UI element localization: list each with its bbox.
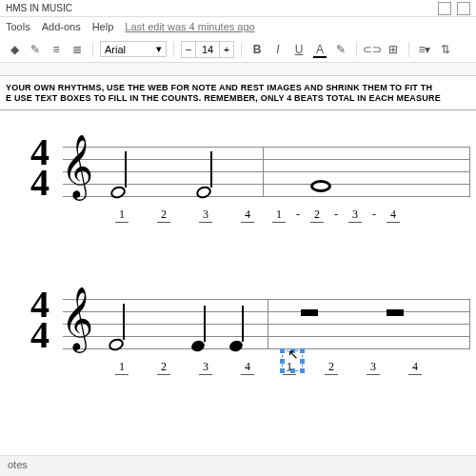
instruction-line-1: YOUR OWN RHYTHMS, USE THE WEB FOR NOTE A…: [6, 83, 470, 93]
footer-bar: otes: [0, 455, 476, 476]
count-label[interactable]: 4: [408, 360, 422, 375]
separator: [173, 42, 174, 57]
font-size-decrease[interactable]: −: [181, 41, 196, 58]
count-label[interactable]: 4: [387, 208, 400, 223]
barline: [268, 299, 268, 348]
italic-button[interactable]: I: [269, 41, 287, 58]
count-label[interactable]: 3: [367, 360, 380, 375]
treble-clef-icon: 𝄞: [61, 139, 93, 194]
line-spacing-icon[interactable]: ⇅: [437, 41, 454, 58]
window-icon-2[interactable]: [457, 2, 470, 15]
count-label[interactable]: 1: [272, 208, 286, 223]
align-icon-2[interactable]: ≣: [69, 41, 86, 58]
menu-bar: Tools Add-ons Help Last edit was 4 minut…: [0, 17, 476, 36]
ruler: [0, 63, 476, 76]
menu-help[interactable]: Help: [92, 21, 114, 32]
count-row: 1 2 3 4 1 2 3 4: [101, 360, 470, 375]
count-row: 1 2 3 4 1 - 2 - 3 - 4: [101, 208, 470, 223]
count-label[interactable]: 2: [157, 208, 170, 223]
horizontal-rule: [0, 109, 476, 110]
paint-format-icon[interactable]: ◆: [6, 41, 23, 58]
link-icon[interactable]: ⊂⊃: [364, 41, 381, 58]
count-label[interactable]: 2: [157, 360, 170, 375]
instruction-line-2: E USE TEXT BOXES TO FILL IN THE COUNTS. …: [6, 93, 470, 104]
count-label[interactable]: 1: [115, 208, 129, 223]
whole-note[interactable]: [310, 180, 331, 192]
count-dash: -: [372, 208, 376, 221]
count-label[interactable]: 2: [310, 208, 324, 223]
footer-label: otes: [8, 459, 28, 470]
chevron-down-icon: ▾: [156, 43, 162, 55]
text-color-button[interactable]: A: [311, 41, 328, 58]
font-size-value[interactable]: 14: [196, 41, 219, 58]
quarter-note[interactable]: [191, 341, 205, 351]
music-staff-2: 4 4 𝄞: [6, 272, 470, 406]
barline-end: [469, 147, 470, 196]
count-label[interactable]: 2: [325, 360, 338, 375]
half-rest[interactable]: [301, 309, 318, 316]
doc-title: HMS IN MUSIC: [6, 3, 72, 13]
barline: [263, 147, 264, 196]
menu-tools[interactable]: Tools: [6, 21, 30, 32]
last-edit-label[interactable]: Last edit was 4 minutes ago: [125, 21, 254, 32]
barline-end: [469, 299, 470, 348]
underline-button[interactable]: U: [290, 41, 307, 58]
count-label[interactable]: 1: [115, 360, 129, 375]
insert-icon[interactable]: ⊞: [385, 41, 402, 58]
separator: [92, 42, 93, 57]
treble-clef-icon: 𝄞: [61, 291, 93, 347]
half-note[interactable]: [196, 187, 211, 198]
title-bar: HMS IN MUSIC: [0, 0, 476, 17]
separator: [408, 42, 409, 57]
count-label[interactable]: 3: [199, 360, 212, 375]
bold-button[interactable]: B: [248, 41, 266, 58]
edit-icon[interactable]: ✎: [27, 41, 44, 58]
time-signature: 4 4: [30, 137, 50, 198]
count-dash: -: [296, 208, 300, 221]
font-size-increase[interactable]: +: [219, 41, 234, 58]
ts-denominator: 4: [30, 168, 50, 198]
count-label[interactable]: 4: [241, 360, 254, 375]
count-label[interactable]: 4: [241, 208, 254, 223]
highlight-icon[interactable]: ✎: [332, 41, 349, 58]
quarter-note[interactable]: [229, 341, 243, 351]
font-select[interactable]: Arial ▾: [100, 41, 167, 57]
window-icon-1[interactable]: [438, 2, 451, 15]
count-label[interactable]: 1: [283, 360, 296, 375]
half-note[interactable]: [110, 187, 126, 198]
music-staff-1: 4 4 𝄞 1 2 3 4 1 -: [6, 120, 470, 253]
time-signature: 4 4: [30, 289, 50, 350]
document-body[interactable]: YOUR OWN RHYTHMS, USE THE WEB FOR NOTE A…: [0, 76, 476, 432]
align-icon[interactable]: ≡: [48, 41, 65, 58]
half-rest[interactable]: [387, 309, 404, 316]
count-label[interactable]: 3: [199, 208, 212, 223]
toolbar: ◆ ✎ ≡ ≣ Arial ▾ − 14 + B I U A ✎ ⊂⊃ ⊞ ≡▾…: [0, 36, 476, 63]
separator: [241, 42, 242, 57]
separator: [356, 42, 357, 57]
instruction-text: YOUR OWN RHYTHMS, USE THE WEB FOR NOTE A…: [0, 80, 476, 108]
count-dash: -: [334, 208, 338, 221]
half-note[interactable]: [109, 339, 124, 350]
menu-addons[interactable]: Add-ons: [42, 21, 81, 32]
font-name: Arial: [105, 44, 126, 55]
count-label[interactable]: 3: [348, 208, 362, 223]
align-menu-icon[interactable]: ≡▾: [416, 41, 433, 58]
ts-denominator: 4: [30, 320, 50, 350]
